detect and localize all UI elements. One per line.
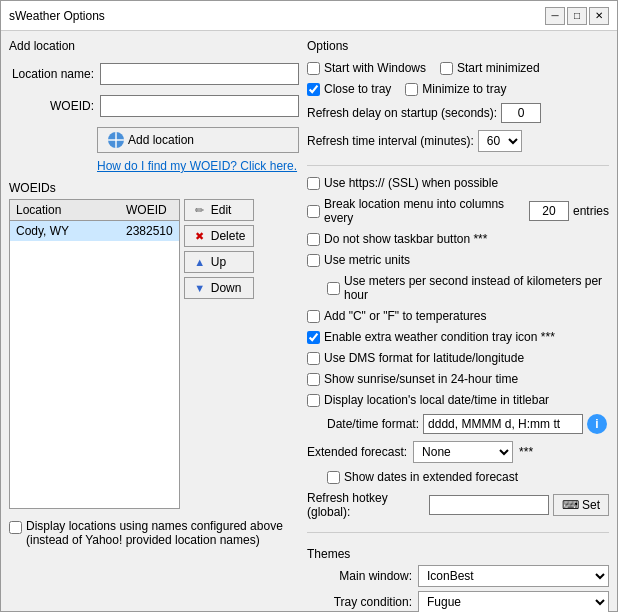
up-button[interactable]: ▲ Up — [184, 251, 255, 273]
display-locations-checkbox[interactable] — [9, 521, 22, 534]
woeid-label: WOEID: — [9, 99, 94, 113]
enable-extra-label: Enable extra weather condition tray icon… — [324, 330, 555, 344]
woeid-group-label: WOEIDs — [9, 181, 299, 195]
edit-button[interactable]: ✏ Edit — [184, 199, 255, 221]
content-area: Add location Location name: WOEID: Add l… — [1, 31, 617, 612]
display-locations-label: Display locations using names configured… — [26, 519, 283, 547]
use-dms-label: Use DMS format for latitude/longitude — [324, 351, 524, 365]
date-format-label: Date/time format: — [327, 417, 419, 431]
delete-btn-label: Delete — [211, 229, 246, 243]
show-sunrise-row: Show sunrise/sunset in 24-hour time — [307, 372, 609, 386]
main-window: sWeather Options ─ □ ✕ Add location Loca… — [0, 0, 618, 612]
extended-forecast-label: Extended forecast: — [307, 445, 407, 459]
minimize-button[interactable]: ─ — [545, 7, 565, 25]
delete-button[interactable]: ✖ Delete — [184, 225, 255, 247]
start-windows-row: Start with Windows — [307, 61, 426, 75]
display-local-row: Display location's local date/time in ti… — [307, 393, 609, 407]
close-button[interactable]: ✕ — [589, 7, 609, 25]
show-sunrise-label: Show sunrise/sunset in 24-hour time — [324, 372, 518, 386]
two-col-row-1: Start with Windows Start minimized — [307, 61, 609, 75]
minimize-to-tray-row: Minimize to tray — [405, 82, 506, 96]
col-location: Location — [16, 203, 126, 217]
close-to-tray-row: Close to tray — [307, 82, 391, 96]
info-button[interactable]: i — [587, 414, 607, 434]
row-location: Cody, WY — [16, 224, 126, 238]
down-button[interactable]: ▼ Down — [184, 277, 255, 299]
use-metric-checkbox[interactable] — [307, 254, 320, 267]
hotkey-row: Refresh hotkey (global): ⌨ Set — [307, 491, 609, 519]
add-cf-checkbox[interactable] — [307, 310, 320, 323]
bottom-checkbox-row: Display locations using names configured… — [9, 519, 299, 547]
extended-forecast-dropdown[interactable]: None — [413, 441, 513, 463]
extended-forecast-row: Extended forecast: None *** — [307, 441, 609, 463]
woeid-group: WOEIDs Location WOEID Cody, WY 2382510 — [9, 181, 299, 509]
set-button[interactable]: ⌨ Set — [553, 494, 609, 516]
main-window-label: Main window: — [307, 569, 412, 583]
keyboard-icon: ⌨ — [562, 498, 579, 512]
minimize-to-tray-checkbox[interactable] — [405, 83, 418, 96]
use-https-row: Use https:// (SSL) when possible — [307, 176, 609, 190]
start-minimized-label: Start minimized — [457, 61, 540, 75]
add-cf-row: Add "C" or "F" to temperatures — [307, 309, 609, 323]
show-dates-checkbox[interactable] — [327, 471, 340, 484]
main-window-dropdown[interactable]: IconBest — [418, 565, 609, 587]
help-link[interactable]: How do I find my WOEID? Click here. — [97, 159, 299, 173]
woeid-table: Location WOEID Cody, WY 2382510 — [9, 199, 180, 509]
add-location-btn-label: Add location — [128, 133, 194, 147]
break-location-checkbox[interactable] — [307, 205, 320, 218]
do-not-show-taskbar-checkbox[interactable] — [307, 233, 320, 246]
use-dms-row: Use DMS format for latitude/longitude — [307, 351, 609, 365]
display-local-checkbox[interactable] — [307, 394, 320, 407]
set-btn-label: Set — [582, 498, 600, 512]
up-btn-label: Up — [211, 255, 226, 269]
show-sunrise-checkbox[interactable] — [307, 373, 320, 386]
do-not-show-taskbar-row: Do not show taskbar button *** — [307, 232, 609, 246]
themes-group: Themes Main window: IconBest Tray condit… — [307, 547, 609, 612]
refresh-interval-dropdown[interactable]: 60 30 15 5 — [478, 130, 522, 152]
refresh-delay-input[interactable] — [501, 103, 541, 123]
down-btn-label: Down — [211, 281, 242, 295]
options-group-label: Options — [307, 39, 609, 53]
table-row[interactable]: Cody, WY 2382510 — [10, 221, 179, 241]
use-metric-row: Use metric units — [307, 253, 609, 267]
minimize-to-tray-label: Minimize to tray — [422, 82, 506, 96]
titlebar: sWeather Options ─ □ ✕ — [1, 1, 617, 31]
use-meters-checkbox[interactable] — [327, 282, 340, 295]
use-https-checkbox[interactable] — [307, 177, 320, 190]
delete-icon: ✖ — [193, 229, 207, 243]
break-location-row: Break location menu into columns every e… — [307, 197, 609, 225]
start-minimized-checkbox[interactable] — [440, 62, 453, 75]
refresh-delay-label: Refresh delay on startup (seconds): — [307, 106, 497, 120]
up-arrow-icon: ▲ — [193, 255, 207, 269]
close-to-tray-checkbox[interactable] — [307, 83, 320, 96]
break-location-input[interactable] — [529, 201, 569, 221]
down-arrow-icon: ▼ — [193, 281, 207, 295]
add-location-button[interactable]: Add location — [97, 127, 299, 153]
woeid-table-with-buttons: Location WOEID Cody, WY 2382510 ✏ Edit — [9, 199, 299, 509]
enable-extra-checkbox[interactable] — [307, 331, 320, 344]
woeid-input[interactable] — [100, 95, 299, 117]
window-title: sWeather Options — [9, 9, 105, 23]
woeid-row: WOEID: — [9, 95, 299, 117]
use-dms-checkbox[interactable] — [307, 352, 320, 365]
show-dates-label: Show dates in extended forecast — [344, 470, 518, 484]
main-window-row: Main window: IconBest — [307, 565, 609, 587]
col-woeid: WOEID — [126, 203, 173, 217]
add-cf-label: Add "C" or "F" to temperatures — [324, 309, 486, 323]
date-format-input[interactable] — [423, 414, 583, 434]
start-with-windows-checkbox[interactable] — [307, 62, 320, 75]
start-minimized-row: Start minimized — [440, 61, 540, 75]
right-panel: Options Start with Windows Start minimiz… — [307, 39, 609, 612]
pencil-icon: ✏ — [193, 203, 207, 217]
hotkey-input[interactable] — [429, 495, 549, 515]
refresh-delay-row: Refresh delay on startup (seconds): — [307, 103, 609, 123]
tray-condition-label: Tray condition: — [307, 595, 412, 609]
left-panel: Add location Location name: WOEID: Add l… — [9, 39, 299, 612]
display-local-label: Display location's local date/time in ti… — [324, 393, 549, 407]
tray-condition-dropdown[interactable]: Fugue — [418, 591, 609, 612]
refresh-interval-row: Refresh time interval (minutes): 60 30 1… — [307, 130, 609, 152]
location-name-input[interactable] — [100, 63, 299, 85]
start-with-windows-label: Start with Windows — [324, 61, 426, 75]
maximize-button[interactable]: □ — [567, 7, 587, 25]
close-to-tray-label: Close to tray — [324, 82, 391, 96]
